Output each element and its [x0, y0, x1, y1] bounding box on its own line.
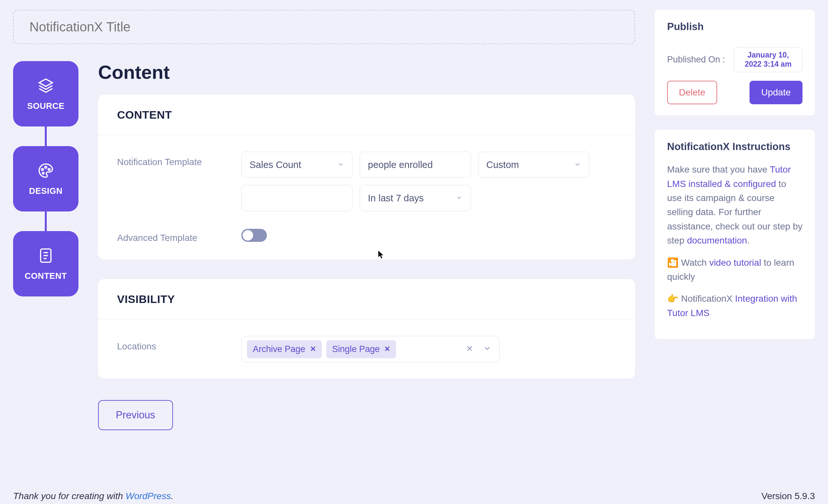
text: NotificationX [678, 293, 735, 304]
location-tag-single-page: Single Page ✕ [326, 340, 396, 358]
version-label: Version 5.9.3 [761, 491, 815, 501]
footer-credit: Thank you for creating with WordPress. [13, 491, 173, 501]
published-on-label: Published On : [667, 55, 725, 65]
step-nav: SOURCE DESIGN [13, 61, 79, 430]
document-icon [37, 247, 55, 266]
svg-point-3 [48, 168, 50, 170]
svg-point-4 [43, 172, 44, 174]
published-date[interactable]: January 10, 2022 3:14 am [734, 47, 802, 72]
location-tag-archive-page: Archive Page ✕ [247, 340, 322, 358]
visibility-card-header: VISIBILITY [117, 293, 616, 306]
text: . [747, 235, 749, 245]
clear-icon[interactable] [463, 344, 477, 354]
update-button[interactable]: Update [749, 81, 802, 104]
template-select-5[interactable]: In last 7 days [360, 185, 471, 211]
svg-point-1 [42, 168, 43, 170]
text: Watch [678, 258, 709, 268]
publish-panel: Publish Published On : January 10, 2022 … [655, 10, 815, 116]
video-tutorial-link[interactable]: video tutorial [709, 258, 761, 268]
template-text-4[interactable] [241, 185, 353, 211]
step-content-label: CONTENT [25, 271, 67, 281]
toggle-knob [243, 230, 253, 240]
text: Thank you for creating with [13, 491, 126, 501]
svg-marker-0 [39, 79, 53, 86]
layers-icon [37, 77, 55, 96]
notification-title-input[interactable] [13, 10, 635, 44]
locations-multiselect[interactable]: Archive Page ✕ Single Page ✕ [241, 336, 500, 362]
step-source-label: SOURCE [27, 101, 65, 111]
delete-button[interactable]: Delete [667, 81, 717, 104]
locations-tags: Archive Page ✕ Single Page ✕ [247, 340, 459, 358]
advanced-template-label: Advanced Template [117, 227, 235, 243]
remove-tag-icon[interactable]: ✕ [310, 345, 316, 353]
instructions-p1: Make sure that you have Tutor LMS instal… [667, 163, 802, 247]
footer: Thank you for creating with WordPress. V… [0, 491, 828, 504]
svg-point-2 [45, 166, 47, 168]
video-icon: 🎦 [667, 258, 678, 268]
text: Make sure that you have [667, 165, 770, 175]
chevron-down-icon [456, 193, 463, 203]
visibility-card: VISIBILITY Locations Archive Page ✕ [98, 279, 635, 378]
previous-button[interactable]: Previous [98, 400, 173, 430]
template-select-3-value: Custom [486, 159, 519, 170]
step-source[interactable]: SOURCE [13, 61, 79, 127]
step-connector [45, 127, 47, 146]
instructions-panel: NotificationX Instructions Make sure tha… [655, 130, 815, 339]
template-text-2[interactable]: people enrolled [360, 152, 471, 178]
content-card-header: CONTENT [117, 108, 616, 121]
page-title: Content [98, 61, 635, 83]
template-select-5-value: In last 7 days [368, 193, 424, 203]
documentation-link[interactable]: documentation [687, 235, 747, 245]
text: . [171, 491, 173, 501]
locations-label: Locations [117, 336, 235, 352]
step-design[interactable]: DESIGN [13, 146, 79, 212]
chevron-down-icon[interactable] [481, 344, 494, 354]
publish-panel-title: Publish [667, 21, 802, 33]
notification-template-label: Notification Template [117, 152, 235, 167]
wordpress-link[interactable]: WordPress [126, 491, 171, 501]
advanced-template-toggle[interactable] [241, 229, 267, 242]
chevron-down-icon [337, 159, 344, 170]
instructions-p2: 🎦 Watch video tutorial to learn quickly [667, 256, 802, 284]
location-tag-label: Archive Page [253, 344, 305, 354]
template-select-3[interactable]: Custom [478, 152, 589, 178]
palette-icon [37, 162, 55, 181]
step-connector [45, 212, 47, 231]
template-select-1[interactable]: Sales Count [241, 152, 353, 178]
remove-tag-icon[interactable]: ✕ [384, 345, 390, 353]
step-design-label: DESIGN [29, 186, 63, 196]
instructions-p3: 👉 NotificationX Integration with Tutor L… [667, 291, 802, 320]
template-text-2-value: people enrolled [368, 159, 432, 170]
chevron-down-icon [574, 159, 581, 170]
content-card: CONTENT Notification Template Sales Coun… [98, 95, 635, 260]
pointing-icon: 👉 [667, 293, 678, 304]
step-content[interactable]: CONTENT [13, 231, 79, 296]
template-select-1-value: Sales Count [250, 159, 301, 170]
location-tag-label: Single Page [332, 344, 380, 354]
instructions-title: NotificationX Instructions [667, 141, 802, 153]
